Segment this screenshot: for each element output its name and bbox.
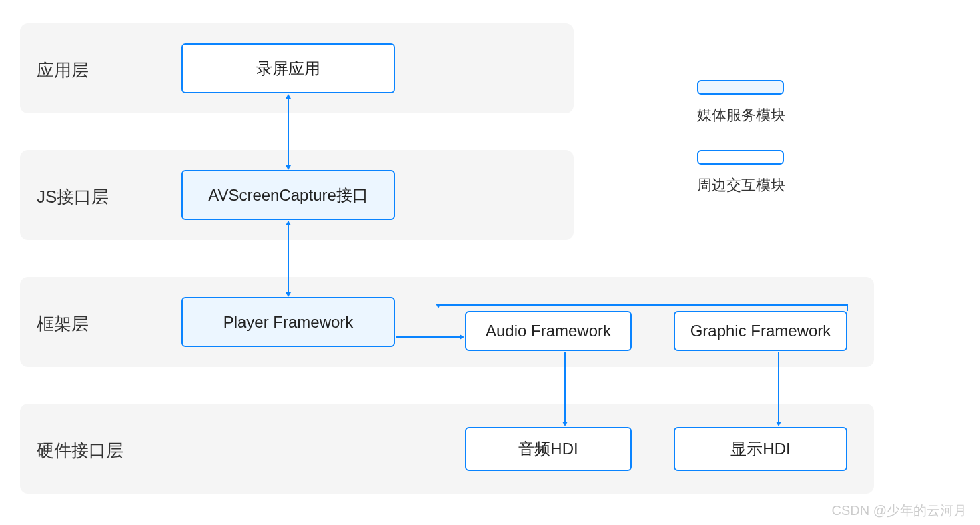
node-audio-hdi: 音频HDI [465,427,632,471]
layer-app-label: 应用层 [37,59,89,82]
watermark: CSDN @少年的云河月 [831,502,967,520]
node-player-fw-label: Player Framework [223,313,354,332]
layer-fw-label: 框架层 [37,312,89,336]
node-avscreen-api-label: AVScreenCapture接口 [208,185,368,206]
node-audio-fw-label: Audio Framework [486,322,611,340]
node-screen-app-label: 录屏应用 [256,58,320,79]
legend-swatch-peripheral [697,150,784,165]
layer-hw-label: 硬件接口层 [37,439,123,462]
node-graphic-fw-label: Graphic Framework [690,322,831,340]
node-audio-hdi-label: 音频HDI [518,438,578,460]
layer-js-label: JS接口层 [37,185,109,209]
node-display-hdi: 显示HDI [674,427,847,471]
legend-swatch-media [697,80,784,95]
node-player-fw: Player Framework [181,297,395,347]
node-display-hdi-label: 显示HDI [730,438,790,460]
node-graphic-fw: Graphic Framework [674,311,847,351]
legend-label-peripheral: 周边交互模块 [697,175,785,195]
legend-label-media: 媒体服务模块 [697,105,785,125]
node-audio-fw: Audio Framework [465,311,632,351]
node-screen-app: 录屏应用 [181,43,395,93]
node-avscreen-api: AVScreenCapture接口 [181,170,395,220]
